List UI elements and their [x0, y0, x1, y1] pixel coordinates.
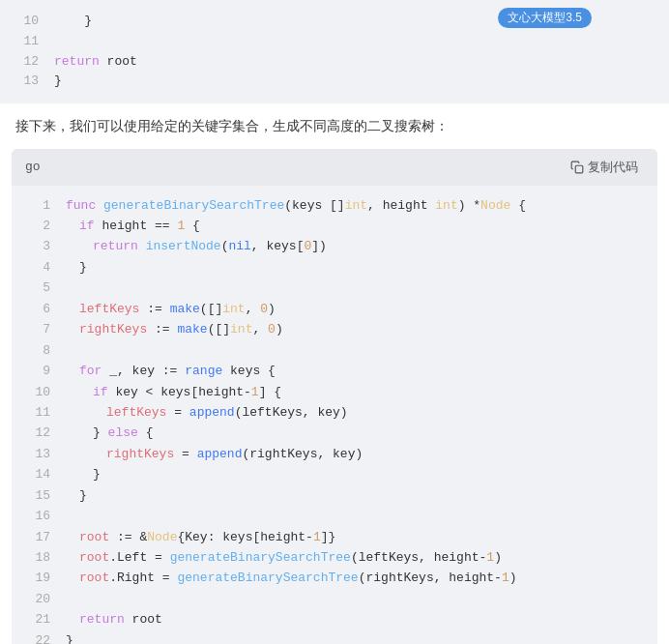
code-line: 1func generateBinarySearchTree(keys []in… — [12, 195, 657, 216]
code-block-header: go 复制代码 — [12, 149, 657, 186]
line-number: 7 — [19, 319, 50, 339]
line-number: 1 — [19, 195, 50, 216]
line-number: 4 — [19, 257, 50, 278]
page: 文心大模型3.5 10 }1112return root13} 接下来，我们可以… — [0, 0, 669, 644]
line-text: return insertNode(nil, keys[0]) — [66, 236, 327, 256]
line-text: rightKeys := make([]int, 0) — [66, 319, 283, 339]
line-number: 11 — [19, 402, 50, 423]
line-number: 10 — [8, 12, 39, 32]
line-number: 12 — [8, 52, 39, 73]
top-code-block: 文心大模型3.5 10 }1112return root13} — [0, 0, 669, 103]
line-number: 9 — [19, 361, 50, 381]
code-line: 14} — [12, 464, 657, 484]
code-line: 19root.Right = generateBinarySearchTree(… — [12, 568, 657, 588]
line-text: rightKeys = append(rightKeys, key) — [66, 444, 363, 464]
line-text: root.Right = generateBinarySearchTree(ri… — [66, 568, 517, 588]
copy-label: 复制代码 — [588, 159, 638, 176]
line-text: } — [54, 72, 62, 92]
line-text: return root — [66, 609, 162, 629]
line-text: } — [66, 485, 87, 506]
line-number: 5 — [19, 278, 50, 298]
code-line: 9for _, key := range keys { — [12, 361, 657, 381]
main-code-block: go 复制代码 1func generateBinarySearchTree(k… — [12, 149, 657, 644]
line-number: 19 — [19, 568, 50, 588]
code-line: 3return insertNode(nil, keys[0]) — [12, 236, 657, 256]
code-line: 17root := &Node{Key: keys[height-1]} — [12, 527, 657, 547]
line-text: if key < keys[height-1] { — [66, 382, 281, 402]
code-line: 15} — [12, 485, 657, 506]
line-text: } else { — [66, 423, 153, 443]
line-number: 18 — [19, 547, 50, 568]
code-line: 21return root — [12, 609, 657, 629]
code-line: 2if height == 1 { — [12, 216, 657, 236]
line-number: 15 — [19, 485, 50, 506]
code-line: 6leftKeys := make([]int, 0) — [12, 299, 657, 319]
line-number: 22 — [19, 630, 50, 644]
code-line: 20 — [12, 589, 657, 609]
line-number: 16 — [19, 506, 50, 526]
line-number: 8 — [19, 340, 50, 361]
line-text: for _, key := range keys { — [66, 361, 276, 381]
code-line: 13rightKeys = append(rightKeys, key) — [12, 444, 657, 464]
line-text: } — [66, 630, 73, 644]
code-line: 4} — [12, 257, 657, 278]
code-line: 18root.Left = generateBinarySearchTree(l… — [12, 547, 657, 568]
line-text: if height == 1 { — [66, 216, 200, 236]
line-number: 6 — [19, 299, 50, 319]
svg-rect-0 — [575, 165, 583, 173]
description-text: 接下来，我们可以使用给定的关键字集合，生成不同高度的二叉搜索树： — [0, 103, 669, 148]
code-line: 8 — [12, 340, 657, 361]
line-number: 2 — [19, 216, 50, 236]
code-line: 16 — [12, 506, 657, 526]
line-number: 14 — [19, 464, 50, 484]
code-line: 12return root — [0, 52, 669, 73]
line-number: 12 — [19, 423, 50, 443]
line-text: } — [66, 257, 87, 278]
copy-code-button[interactable]: 复制代码 — [565, 157, 644, 178]
copy-icon — [570, 161, 584, 174]
line-number: 13 — [19, 444, 50, 464]
ai-badge: 文心大模型3.5 — [498, 8, 592, 28]
line-text: leftKeys = append(leftKeys, key) — [66, 402, 348, 423]
code-line: 11leftKeys = append(leftKeys, key) — [12, 402, 657, 423]
line-text: } — [66, 464, 101, 484]
code-line: 13} — [0, 72, 669, 92]
code-line: 5 — [12, 278, 657, 298]
line-number: 10 — [19, 382, 50, 402]
code-line: 22} — [12, 630, 657, 644]
code-line: 10if key < keys[height-1] { — [12, 382, 657, 402]
line-text: func generateBinarySearchTree(keys []int… — [66, 195, 526, 216]
line-number: 13 — [8, 72, 39, 92]
code-line: 11 — [0, 32, 669, 52]
line-text: leftKeys := make([]int, 0) — [66, 299, 276, 319]
line-text: root.Left = generateBinarySearchTree(lef… — [66, 547, 502, 568]
code-block-body: 1func generateBinarySearchTree(keys []in… — [12, 186, 657, 644]
code-language: go — [25, 160, 41, 174]
line-number: 21 — [19, 609, 50, 629]
line-number: 20 — [19, 589, 50, 609]
code-line: 12} else { — [12, 423, 657, 443]
line-text: root := &Node{Key: keys[height-1]} — [66, 527, 335, 547]
line-number: 17 — [19, 527, 50, 547]
line-number: 11 — [8, 32, 39, 52]
line-number: 3 — [19, 236, 50, 256]
line-text: return root — [54, 52, 137, 73]
code-line: 7rightKeys := make([]int, 0) — [12, 319, 657, 339]
line-text: } — [54, 12, 92, 32]
